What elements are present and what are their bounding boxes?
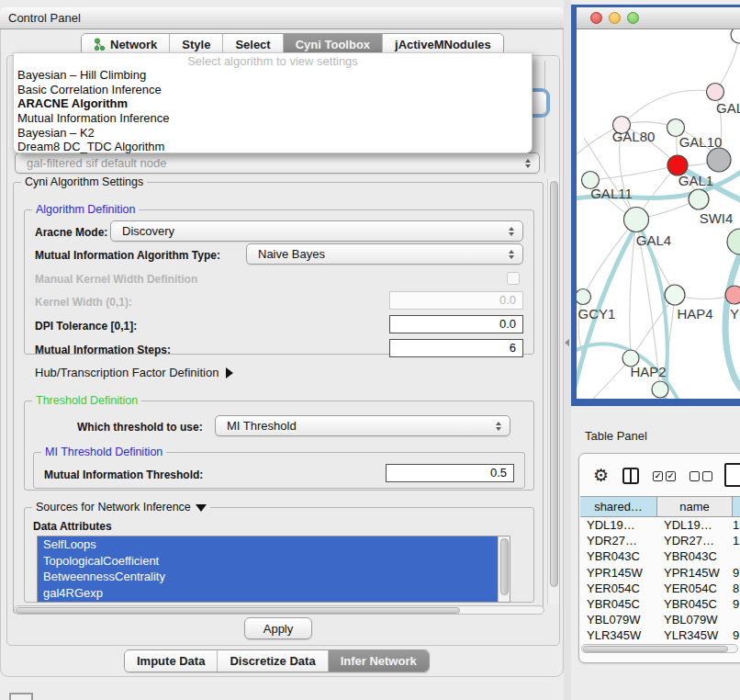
- which-threshold-combobox[interactable]: MI Threshold: [215, 415, 510, 436]
- table-cell[interactable]: YBL079W: [580, 612, 657, 627]
- tab-infer-network[interactable]: Infer Network: [328, 650, 429, 672]
- table-cell[interactable]: YPR145W: [657, 565, 733, 581]
- zoom-traffic-light-icon[interactable]: [627, 12, 639, 24]
- table-hscrollbar-thumb[interactable]: [583, 646, 728, 652]
- table-cell[interactable]: 9.: [733, 565, 740, 581]
- attribute-list-item[interactable]: TopologicalCoefficient: [38, 553, 510, 570]
- table-cell[interactable]: 8.: [733, 581, 740, 596]
- select-all-checkboxes-icon[interactable]: ✓✓: [653, 471, 676, 481]
- table-cell[interactable]: YDR27…: [657, 533, 733, 548]
- panel-divider[interactable]: [564, 0, 571, 700]
- settings-vertical-scrollbar[interactable]: [547, 178, 559, 604]
- table-row[interactable]: YLR345WYLR345W9.: [580, 627, 740, 643]
- table-cell[interactable]: 12: [733, 533, 740, 548]
- node-gcy1[interactable]: [577, 289, 591, 305]
- table-cell[interactable]: YBR043C: [580, 548, 657, 564]
- columns-icon[interactable]: [622, 468, 639, 484]
- node-gray[interactable]: [707, 148, 731, 172]
- table-cell[interactable]: YDL19…: [657, 517, 733, 533]
- mi-threshold-input[interactable]: 0.5: [386, 464, 514, 482]
- tab-impute-data[interactable]: Impute Data: [125, 650, 217, 672]
- list-scrollbar[interactable]: [498, 536, 510, 602]
- dpi-tolerance-input[interactable]: 0.0: [389, 315, 523, 333]
- deselect-all-checkboxes-icon[interactable]: [690, 471, 712, 481]
- popup-algorithm-item[interactable]: Mutual Information Inference: [14, 111, 532, 126]
- table-row[interactable]: YBR043CYBR043C: [580, 548, 740, 564]
- close-traffic-light-icon[interactable]: [590, 12, 602, 24]
- table-cell[interactable]: YBR045C: [657, 596, 733, 612]
- aracne-mode-combobox[interactable]: Discovery: [110, 220, 523, 242]
- attribute-list-item[interactable]: SelfLoops: [38, 536, 510, 553]
- network-edge[interactable]: [590, 165, 678, 180]
- mi-type-combobox[interactable]: Naive Bayes: [246, 243, 523, 265]
- export-table-icon[interactable]: [724, 463, 740, 487]
- table-cell[interactable]: [733, 612, 740, 627]
- popup-algorithm-item[interactable]: ARACNE Algorithm: [14, 96, 532, 111]
- column-header-name[interactable]: name: [657, 497, 733, 516]
- attribute-list-item[interactable]: gal4RGexp: [38, 585, 510, 602]
- minimize-traffic-light-icon[interactable]: [609, 12, 621, 24]
- attribute-list-item[interactable]: BetweennessCentrality: [38, 569, 510, 585]
- expand-right-icon[interactable]: [226, 367, 233, 378]
- node-label: HAP4: [677, 306, 712, 322]
- table-row[interactable]: YBR045CYBR045C9.: [580, 596, 740, 612]
- tab-discretize-data[interactable]: Discretize Data: [217, 650, 327, 672]
- collapsed-widget-fragment[interactable]: [9, 693, 33, 700]
- node-gal4[interactable]: [624, 208, 649, 232]
- popup-algorithm-item[interactable]: Basic Correlation Inference: [14, 83, 532, 97]
- mi-steps-input[interactable]: 6: [389, 339, 523, 357]
- network-edge[interactable]: [622, 90, 715, 125]
- node-bottom[interactable]: [652, 381, 668, 398]
- kernel-width-input[interactable]: 0.0: [389, 291, 523, 310]
- network-source-value: gal-filtered sif default node: [27, 156, 166, 170]
- table-cell[interactable]: [733, 548, 740, 564]
- column-header-partial[interactable]: [733, 497, 740, 516]
- table-cell[interactable]: 9.: [733, 627, 740, 643]
- node-salmon[interactable]: [725, 286, 740, 304]
- sources-title[interactable]: Sources for Network Inference: [32, 501, 210, 514]
- node-hap4[interactable]: [665, 285, 685, 305]
- node-gal7[interactable]: [707, 84, 724, 101]
- settings-vscrollbar-thumb[interactable]: [550, 181, 558, 587]
- table-cell[interactable]: YBR043C: [657, 548, 733, 564]
- threshold-definition-title: Threshold Definition: [32, 394, 141, 407]
- popup-algorithm-item[interactable]: Bayesian – K2: [14, 126, 532, 141]
- node-right-green[interactable]: [727, 229, 740, 254]
- hub-definition-toggle[interactable]: Hub/Transcription Factor Definition: [35, 366, 233, 379]
- list-scrollbar-thumb[interactable]: [500, 538, 509, 595]
- table-cell[interactable]: YLR345W: [657, 627, 733, 643]
- network-source-combobox[interactable]: gal-filtered sif default node: [15, 152, 540, 174]
- divider-collapse-icon[interactable]: [565, 339, 569, 346]
- table-row[interactable]: YPR145WYPR145W9.: [580, 565, 740, 581]
- popup-algorithm-item[interactable]: Bayesian – Hill Climbing: [14, 68, 532, 83]
- gear-icon[interactable]: ⚙: [593, 467, 609, 485]
- settings-horizontal-scrollbar[interactable]: [14, 605, 544, 615]
- node-swi4[interactable]: [689, 189, 709, 209]
- table-cell[interactable]: 9.: [733, 596, 740, 612]
- manual-kernel-checkbox[interactable]: [507, 272, 520, 285]
- network-window-titlebar[interactable]: [577, 7, 740, 29]
- apply-button[interactable]: Apply: [244, 617, 312, 639]
- table-cell[interactable]: YDL19…: [580, 517, 657, 533]
- table-row[interactable]: YER054CYER054C8.: [580, 581, 740, 596]
- table-cell[interactable]: YBR045C: [580, 596, 657, 612]
- table-horizontal-scrollbar[interactable]: [581, 644, 738, 653]
- table-cell[interactable]: YLR345W: [580, 627, 657, 643]
- collapse-down-icon[interactable]: [196, 504, 207, 512]
- popup-algorithm-item[interactable]: Dream8 DC_TDC Algorithm: [14, 140, 532, 154]
- node-top-right[interactable]: [731, 29, 740, 43]
- table-row[interactable]: YBL079WYBL079W: [580, 612, 740, 627]
- table-row[interactable]: YDL19…YDL19…13: [580, 517, 740, 533]
- table-row[interactable]: YDR27…YDR27…12: [580, 533, 740, 548]
- table-cell[interactable]: YPR145W: [580, 565, 657, 581]
- column-header-shared-name[interactable]: shared…: [580, 497, 657, 516]
- table-panel-titlebar[interactable]: Table Panel: [567, 423, 740, 447]
- table-cell[interactable]: YER054C: [580, 581, 657, 596]
- table-cell[interactable]: 13: [733, 517, 740, 533]
- table-cell[interactable]: YER054C: [657, 581, 733, 596]
- table-cell[interactable]: YBL079W: [657, 612, 733, 627]
- control-panel-titlebar[interactable]: Control Panel: [0, 7, 564, 29]
- settings-hscrollbar-thumb[interactable]: [16, 607, 460, 614]
- table-cell[interactable]: YDR27…: [580, 533, 657, 548]
- network-canvas[interactable]: GAL7GAL80GAL10GAL1GAL11SWI4GAL4GCY1HAP4Y…: [577, 29, 740, 399]
